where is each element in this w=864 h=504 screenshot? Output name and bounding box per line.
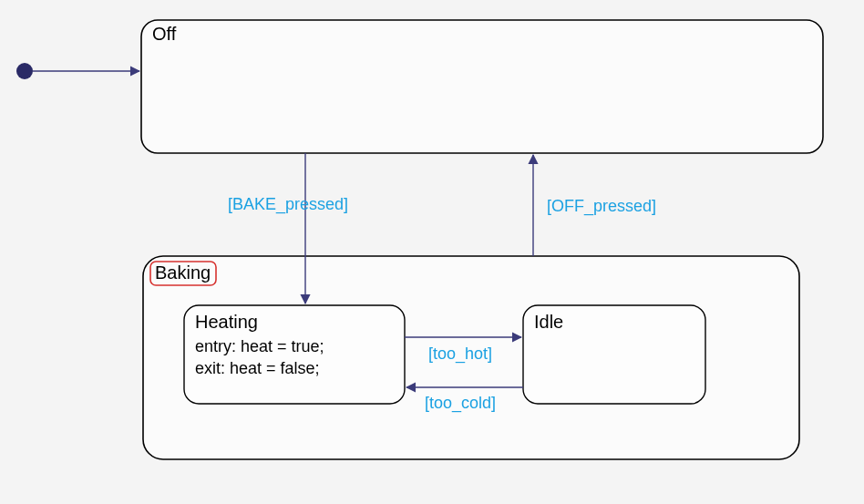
state-heating-label: Heating (195, 312, 258, 332)
guard-too-cold: [too_cold] (425, 394, 496, 413)
state-diagram: Off Baking Heating entry: heat = true; e… (0, 0, 864, 504)
guard-too-hot: [too_hot] (428, 345, 492, 364)
state-off[interactable] (141, 20, 823, 153)
guard-off-pressed: [OFF_pressed] (547, 197, 656, 216)
state-baking-label: Baking (155, 262, 211, 283)
guard-bake-pressed: [BAKE_pressed] (228, 195, 348, 214)
state-heating-exit: exit: heat = false; (195, 359, 320, 377)
state-off-label: Off (152, 24, 177, 44)
state-heating-entry: entry: heat = true; (195, 337, 324, 355)
state-idle-label: Idle (534, 312, 563, 332)
initial-state-icon (16, 63, 33, 79)
